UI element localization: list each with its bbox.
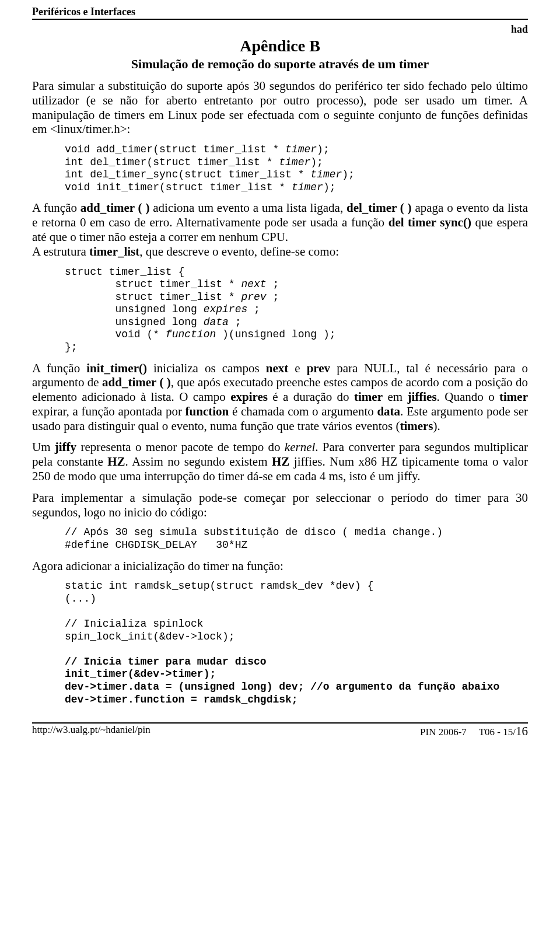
- bold-run: add_timer ( ): [102, 375, 171, 389]
- text-run: expirar, a função apontada por: [32, 404, 186, 418]
- code-text: unsigned long: [65, 316, 204, 328]
- bold-run: function: [186, 404, 229, 418]
- code-bold: dev->timer.function = ramdsk_chgdisk;: [65, 694, 298, 705]
- code-text: [65, 605, 71, 617]
- code-text: (...): [65, 593, 96, 604]
- code-text: )(unsigned long );: [216, 329, 335, 340]
- italic-run: kernel: [285, 440, 315, 454]
- footer-url: http://w3.ualg.pt/~hdaniel/pin: [32, 724, 150, 739]
- footer-total-pages: 16: [516, 724, 528, 738]
- page-footer: http://w3.ualg.pt/~hdaniel/pin PIN 2006-…: [32, 722, 528, 739]
- code-text: struct timer_list *: [65, 291, 241, 303]
- code-bold: init_timer(&dev->timer);: [65, 668, 216, 680]
- appendix-subtitle: Simulação de remoção do suporte através …: [32, 57, 528, 72]
- text-run: ).: [433, 419, 440, 433]
- code-text: // Após 30 seg simula substituição de di…: [65, 526, 443, 538]
- paragraph-jiffy: Um jiffy representa o menor pacote de te…: [32, 440, 528, 483]
- appendix-title: Apêndice B: [32, 37, 528, 55]
- bold-run: jiffies: [407, 390, 436, 404]
- code-text: spin_lock_init(&dev->lock);: [65, 631, 235, 642]
- code-italic: timer: [279, 156, 310, 168]
- code-italic: timer: [292, 181, 323, 193]
- code-text: ;: [267, 291, 279, 303]
- code-italic: timer: [310, 169, 342, 180]
- title-block: Apêndice B Simulação de remoção do supor…: [32, 37, 528, 72]
- code-text: struct timer_list *: [65, 278, 241, 290]
- bold-run: data: [377, 404, 400, 418]
- text-run: , que descreve o evento, define-se como:: [139, 244, 339, 258]
- code-text: void (*: [65, 329, 166, 340]
- bold-run: del_timer ( ): [346, 201, 412, 215]
- text-run: é chamada com o argumento: [229, 404, 377, 418]
- code-text: // Inicializa spinlock: [65, 618, 204, 630]
- text-run: representa o menor pacote de tempo do: [76, 440, 285, 454]
- text-run: A estrutura: [32, 244, 89, 258]
- code-text: };: [65, 341, 78, 353]
- bold-run: init_timer(): [86, 361, 147, 375]
- bold-run: HZ: [107, 455, 125, 469]
- paragraph-init-timer: A função init_timer() inicializa os camp…: [32, 361, 528, 434]
- bold-run: timer_list: [89, 244, 139, 258]
- bold-run: prev: [307, 361, 330, 375]
- code-text: ;: [267, 278, 279, 290]
- code-text: );: [323, 181, 336, 193]
- bold-run: timer: [354, 390, 383, 404]
- code-text: struct timer_list {: [65, 266, 184, 278]
- page-header: Periféricos e Interfaces: [32, 6, 528, 20]
- code-bold: dev->timer.data = (unsigned long) dev; /…: [65, 681, 499, 693]
- code-text: );: [317, 144, 330, 155]
- code-text: #define CHGDISK_DELAY 30*HZ: [65, 539, 247, 551]
- text-run: e: [288, 361, 306, 375]
- text-run: inicializa os campos: [147, 361, 266, 375]
- text-run: em: [383, 390, 407, 404]
- paragraph-timer-list: A estrutura timer_list, que descreve o e…: [32, 244, 528, 259]
- paragraph-implement: Para implementar a simulação pode-se com…: [32, 491, 528, 520]
- text-run: A função: [32, 361, 86, 375]
- code-italic: timer: [285, 144, 317, 155]
- bold-run: add_timer ( ): [80, 201, 150, 215]
- code-text: int del_timer_sync(struct timer_list *: [65, 169, 310, 180]
- code-text: void init_timer(struct timer_list *: [65, 181, 292, 193]
- code-text: [65, 643, 71, 655]
- bold-run: del timer sync(): [388, 215, 471, 229]
- bold-run: next: [266, 361, 289, 375]
- intro-paragraph: Para simular a substituição do suporte a…: [32, 79, 528, 137]
- bold-run: HZ: [272, 455, 289, 469]
- code-text: );: [342, 169, 355, 180]
- text-run: adiciona um evento a uma lista ligada,: [149, 201, 346, 215]
- code-text: );: [310, 156, 323, 168]
- code-italic: data: [204, 316, 229, 328]
- code-italic: next: [241, 278, 266, 290]
- text-run: . Assim no segundo existem: [125, 455, 272, 469]
- code-text: ;: [247, 303, 260, 315]
- code-ramdsk-setup: static int ramdsk_setup(struct ramdsk_de…: [65, 580, 528, 706]
- footer-text: PIN 2006-7 T06 - 15/: [420, 726, 516, 738]
- header-title: Periféricos e Interfaces: [32, 6, 135, 18]
- text-run: Um: [32, 440, 55, 454]
- code-text: void add_timer(struct timer_list *: [65, 144, 285, 155]
- header-had: had: [32, 23, 528, 36]
- code-bold: // Inicia timer para mudar disco: [65, 656, 267, 668]
- code-define-delay: // Após 30 seg simula substituição de di…: [65, 526, 528, 551]
- footer-page-info: PIN 2006-7 T06 - 15/16: [420, 724, 528, 739]
- code-italic: expires: [204, 303, 248, 315]
- paragraph-add-timer: A função add_timer ( ) adiciona um event…: [32, 201, 528, 244]
- code-timer-functions: void add_timer(struct timer_list * timer…: [65, 144, 528, 194]
- text-run: A função: [32, 201, 80, 215]
- text-run: é a duração do: [268, 390, 354, 404]
- bold-run: expires: [230, 390, 268, 404]
- bold-run: timer: [499, 390, 528, 404]
- code-text: ;: [229, 316, 242, 328]
- code-text: int del_timer(struct timer_list *: [65, 156, 279, 168]
- code-italic: prev: [241, 291, 266, 303]
- code-timer-list-struct: struct timer_list { struct timer_list * …: [65, 266, 528, 354]
- code-text: static int ramdsk_setup(struct ramdsk_de…: [65, 580, 373, 592]
- page-container: Periféricos e Interfaces had Apêndice B …: [0, 0, 560, 750]
- text-run: . Quando o: [437, 390, 499, 404]
- bold-run: timers: [400, 419, 433, 433]
- bold-run: jiffy: [55, 440, 76, 454]
- paragraph-add-init: Agora adicionar a inicialização do timer…: [32, 559, 528, 574]
- code-text: unsigned long: [65, 303, 204, 315]
- code-italic: function: [166, 329, 216, 340]
